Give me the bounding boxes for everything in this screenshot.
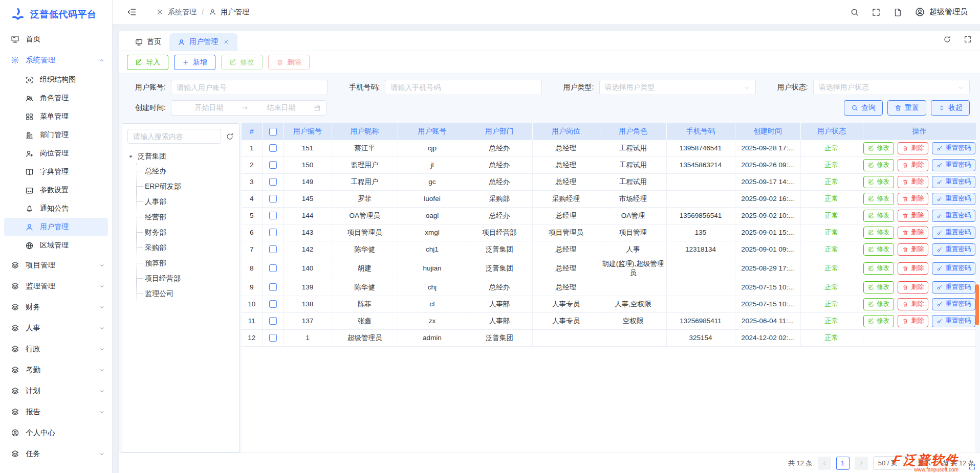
- sidebar-item[interactable]: 字典管理: [4, 163, 108, 181]
- sidebar-item[interactable]: 报告: [0, 401, 112, 422]
- row-edit-button[interactable]: 修改: [863, 159, 894, 171]
- row-checkbox[interactable]: [269, 317, 277, 325]
- toolbar-button[interactable]: 修改: [221, 55, 263, 70]
- refresh-icon[interactable]: [226, 132, 234, 141]
- row-edit-button[interactable]: 修改: [863, 193, 894, 205]
- row-edit-button[interactable]: 修改: [863, 243, 894, 256]
- page-number-button[interactable]: 1: [836, 457, 850, 470]
- row-delete-button[interactable]: 删除: [898, 193, 928, 205]
- fullscreen-icon[interactable]: [872, 8, 881, 17]
- toolbar-button[interactable]: 导入: [127, 55, 168, 70]
- row-delete-button[interactable]: 删除: [898, 281, 928, 294]
- tree-node[interactable]: ERP研发部: [137, 178, 234, 194]
- user-menu[interactable]: 超级管理员: [914, 7, 968, 17]
- sidebar-item[interactable]: 组织结构图: [4, 71, 108, 89]
- refresh-icon[interactable]: [943, 35, 951, 43]
- next-page-button[interactable]: [855, 457, 868, 470]
- tree-node[interactable]: 财务部: [137, 224, 234, 240]
- row-delete-button[interactable]: 删除: [898, 262, 928, 275]
- tree-node[interactable]: 经营部: [137, 209, 234, 224]
- toolbar-button[interactable]: 删除: [268, 55, 310, 70]
- sidebar-item[interactable]: 财务: [0, 297, 112, 318]
- prev-page-button[interactable]: [818, 457, 831, 470]
- tree-node[interactable]: 采购部: [137, 240, 234, 255]
- row-reset-password-button[interactable]: 重置密码: [932, 193, 975, 205]
- sidebar-item[interactable]: 系统管理: [0, 50, 112, 71]
- row-delete-button[interactable]: 删除: [898, 159, 928, 171]
- close-icon[interactable]: [223, 39, 229, 45]
- sidebar-item[interactable]: 首页: [0, 29, 112, 50]
- sidebar-item[interactable]: 参数设置: [4, 181, 108, 199]
- layout-icon[interactable]: [893, 8, 902, 17]
- sidebar-item[interactable]: 岗位管理: [4, 144, 108, 163]
- row-edit-button[interactable]: 修改: [863, 227, 894, 239]
- sidebar-item[interactable]: 项目管理: [0, 255, 112, 276]
- row-delete-button[interactable]: 删除: [898, 243, 928, 256]
- vertical-scrollbar-thumb[interactable]: [975, 284, 979, 325]
- row-delete-button[interactable]: 删除: [898, 227, 928, 239]
- sidebar-item[interactable]: 行政: [0, 339, 112, 359]
- row-checkbox[interactable]: [269, 264, 277, 272]
- toolbar-button[interactable]: 新增: [174, 55, 215, 70]
- sidebar-item[interactable]: 角色管理: [4, 89, 108, 107]
- row-checkbox[interactable]: [269, 195, 277, 202]
- row-edit-button[interactable]: 修改: [863, 142, 894, 154]
- row-edit-button[interactable]: 修改: [863, 262, 894, 275]
- sidebar-item[interactable]: 监理管理: [0, 276, 112, 297]
- row-edit-button[interactable]: 修改: [863, 315, 894, 327]
- sidebar-item[interactable]: 计划: [0, 380, 112, 401]
- date-range-picker[interactable]: 开始日期 结束日期: [171, 100, 326, 116]
- account-input[interactable]: [177, 83, 322, 92]
- corner-fullscreen-icon[interactable]: [968, 463, 976, 470]
- sidebar-item[interactable]: 部门管理: [4, 126, 108, 144]
- tree-node[interactable]: 预算部: [137, 255, 234, 271]
- row-reset-password-button[interactable]: 重置密码: [932, 142, 975, 154]
- row-checkbox[interactable]: [269, 144, 277, 152]
- row-checkbox[interactable]: [269, 229, 277, 236]
- row-checkbox[interactable]: [269, 300, 277, 308]
- row-reset-password-button[interactable]: 重置密码: [932, 298, 975, 310]
- row-checkbox[interactable]: [269, 245, 277, 253]
- tree-node[interactable]: 监理公司: [137, 286, 234, 301]
- collapse-sidebar-icon[interactable]: [127, 7, 137, 17]
- sidebar-item[interactable]: 区域管理: [4, 236, 108, 255]
- row-reset-password-button[interactable]: 重置密码: [932, 227, 975, 239]
- fullscreen-icon[interactable]: [964, 35, 972, 43]
- row-edit-button[interactable]: 修改: [863, 281, 894, 294]
- row-reset-password-button[interactable]: 重置密码: [932, 176, 975, 188]
- row-reset-password-button[interactable]: 重置密码: [932, 210, 975, 222]
- row-checkbox[interactable]: [269, 212, 277, 219]
- sidebar-item[interactable]: 任务: [0, 443, 112, 464]
- phone-input[interactable]: [390, 83, 536, 92]
- row-checkbox[interactable]: [269, 283, 277, 291]
- tab[interactable]: 首页: [127, 33, 169, 51]
- sidebar-item[interactable]: 菜单管理: [4, 107, 108, 126]
- row-checkbox[interactable]: [269, 178, 277, 186]
- tree-node[interactable]: 项目经营部: [137, 271, 234, 286]
- row-delete-button[interactable]: 删除: [898, 315, 928, 327]
- sidebar-item[interactable]: 通知公告: [4, 199, 108, 218]
- page-size-select[interactable]: 50 / 页: [873, 456, 912, 470]
- tree-node[interactable]: 总经办: [137, 163, 234, 178]
- breadcrumb-item[interactable]: 系统管理: [168, 8, 197, 17]
- tree-node[interactable]: 人事部: [137, 194, 234, 209]
- row-reset-password-button[interactable]: 重置密码: [932, 243, 975, 256]
- row-checkbox[interactable]: [269, 161, 277, 169]
- sidebar-item[interactable]: 考勤: [0, 359, 112, 380]
- row-reset-password-button[interactable]: 重置密码: [932, 159, 975, 171]
- filter-button[interactable]: 重置: [887, 100, 926, 116]
- tree-search-input[interactable]: [133, 132, 215, 141]
- filter-button[interactable]: 收起: [931, 100, 970, 116]
- row-edit-button[interactable]: 修改: [863, 176, 894, 188]
- search-icon[interactable]: [850, 8, 859, 17]
- row-delete-button[interactable]: 删除: [898, 176, 928, 188]
- sidebar-item[interactable]: 用户管理: [4, 218, 108, 236]
- select-all-checkbox[interactable]: [269, 128, 277, 136]
- row-edit-button[interactable]: 修改: [863, 210, 894, 222]
- sidebar-item[interactable]: 人事: [0, 318, 112, 339]
- user-status-select[interactable]: 请选择用户状态: [813, 80, 970, 95]
- row-delete-button[interactable]: 删除: [898, 298, 928, 310]
- row-delete-button[interactable]: 删除: [898, 210, 928, 222]
- tab[interactable]: 用户管理: [169, 33, 237, 51]
- row-edit-button[interactable]: 修改: [863, 298, 894, 310]
